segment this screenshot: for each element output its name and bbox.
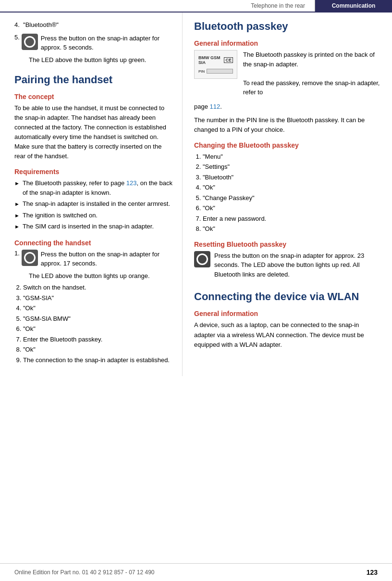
connect-step-2: Switch on the handset. [23, 283, 172, 292]
connect-step-8: "Ok" [23, 345, 172, 354]
general-info-page-ref: page 112. [194, 102, 380, 112]
card-info-row: BMW GSM SIA CE PIN The Bluetooth passkey… [194, 50, 380, 97]
general-info-text2: To read the passkey, remove the snap-in … [243, 79, 380, 96]
connect-step-5: "GSM-SIA BMW" [23, 314, 172, 324]
req-1-link[interactable]: 123 [126, 179, 137, 187]
connect-step-3: "GSM-SIA" [23, 293, 172, 303]
resetting-row: Press the button on the snap-in adapter … [194, 251, 380, 279]
footer: Online Edition for Part no. 01 40 2 912 … [0, 563, 392, 581]
bullet-arrow-3: ► [14, 212, 20, 220]
connect-step-9: The connection to the snap-in adapter is… [23, 355, 172, 365]
right-column: Bluetooth passkey General information BM… [183, 13, 392, 376]
card-description: The Bluetooth passkey is printed on the … [243, 50, 380, 97]
pin-text: The number in the PIN line is the Blueto… [194, 115, 380, 135]
bmw-card-header: BMW GSM SIA CE [198, 55, 233, 65]
connect-step-1-row: 1. Press the button on the snap-in adapt… [14, 250, 172, 268]
bullet-arrow-1: ► [14, 179, 20, 188]
wlan-title: Connecting the device via WLAN [194, 290, 380, 303]
req-2-text: The snap-in adapter is installed in the … [23, 199, 170, 209]
item-5-row: 5. Press the button on the snap-in adapt… [14, 34, 172, 52]
resetting-title: Resetting Bluetooth passkey [194, 240, 380, 248]
change-step-2: "Settings" [203, 162, 380, 172]
change-step-7: Enter a new password. [203, 214, 380, 224]
concept-text: To be able to use the handset, it must b… [14, 103, 172, 162]
req-1: ► The Bluetooth passkey, refer to page 1… [14, 178, 172, 197]
change-step-6: "Ok" [203, 203, 380, 213]
item-5-num: 5. [14, 34, 20, 41]
req-4: ► The SIM card is inserted in the snap-i… [14, 222, 172, 231]
bmw-card-label: BMW GSM SIA [198, 55, 222, 65]
changing-title: Changing the Bluetooth passkey [194, 141, 380, 149]
connect-step-1-num: 1. [14, 250, 20, 257]
general-info-title: General information [194, 39, 380, 47]
change-step-1: "Menu" [203, 152, 380, 162]
req-3: ► The ignition is switched on. [14, 211, 172, 220]
item-5-sub: The LED above the button lights up green… [29, 55, 172, 65]
change-step-3: "Bluetooth" [203, 173, 380, 182]
change-step-8: "Ok" [203, 224, 380, 234]
resetting-text: Press the button on the snap-in adapter … [214, 251, 380, 279]
wlan-general-title: General information [194, 310, 380, 317]
item-4: 4. "Bluetooth®" [14, 20, 172, 30]
change-step-5: "Change Passkey" [203, 193, 380, 203]
pin-line: PIN [198, 69, 233, 74]
header-right: Communication [315, 0, 392, 12]
connect-step-4: "Ok" [23, 303, 172, 313]
left-column: 4. "Bluetooth®" 5. Press the button on t… [0, 13, 183, 376]
req-2: ► The snap-in adapter is installed in th… [14, 199, 172, 209]
ce-mark: CE [224, 57, 233, 63]
footer-text: Online Edition for Part no. 01 40 2 912 … [14, 569, 155, 576]
page-link-112[interactable]: 112 [210, 103, 220, 110]
pin-box [207, 69, 233, 74]
header-left: Telephone in the rear [0, 0, 315, 12]
wlan-text: A device, such as a laptop, can be conne… [194, 320, 380, 349]
change-step-4: "Ok" [203, 183, 380, 192]
pin-label: PIN [198, 69, 205, 74]
header-right-text: Communication [332, 2, 376, 9]
item-4-text: "Bluetooth®" [23, 21, 59, 28]
bmw-card-graphic: BMW GSM SIA CE PIN [194, 50, 237, 79]
connect-step-6: "Ok" [23, 324, 172, 334]
connect-step-7: Enter the Bluetooth passkey. [23, 335, 172, 344]
connect-step-1-sub: The LED above the button lights up orang… [29, 271, 172, 281]
bullet-arrow-4: ► [14, 223, 20, 231]
pairing-title: Pairing the handset [14, 74, 172, 86]
connect-btn-icon [22, 250, 38, 266]
connect-steps-list: Switch on the handset. "GSM-SIA" "Ok" "G… [23, 283, 172, 365]
concept-title: The concept [14, 93, 172, 101]
item-5-text: Press the button on the snap-in adapter … [41, 34, 172, 52]
changing-steps-list: "Menu" "Settings" "Bluetooth" "Ok" "Chan… [203, 152, 380, 234]
bullet-arrow-2: ► [14, 200, 20, 208]
item-4-num: 4. [14, 21, 20, 28]
snap-in-button-icon [22, 34, 38, 50]
bluetooth-passkey-title: Bluetooth passkey [194, 20, 380, 33]
connecting-title: Connecting the handset [14, 239, 172, 247]
requirements-title: Requirements [14, 168, 172, 176]
reset-btn-icon [194, 251, 210, 267]
header-bar: Telephone in the rear Communication [0, 0, 392, 13]
req-3-text: The ignition is switched on. [23, 211, 98, 220]
main-content: 4. "Bluetooth®" 5. Press the button on t… [0, 13, 392, 376]
connect-step-1-text: Press the button on the snap-in adapter … [41, 250, 172, 268]
req-4-text: The SIM card is inserted in the snap-in … [23, 222, 154, 231]
general-info-text1: The Bluetooth passkey is printed on the … [243, 51, 375, 68]
header-left-text: Telephone in the rear [251, 2, 305, 9]
page-number: 123 [367, 568, 378, 576]
requirements-list: ► The Bluetooth passkey, refer to page 1… [14, 178, 172, 231]
